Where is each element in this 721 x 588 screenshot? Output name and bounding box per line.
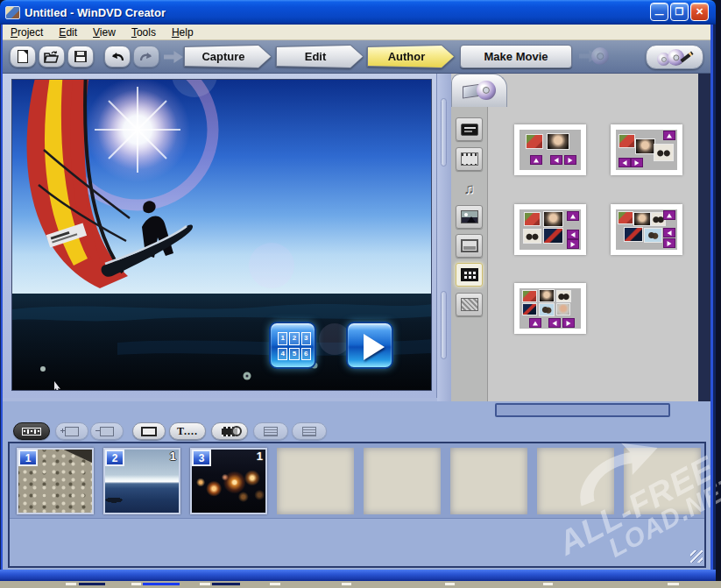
menu-help[interactable]: Help: [164, 26, 201, 39]
list-icon: [264, 427, 278, 436]
open-project-button[interactable]: [39, 46, 65, 67]
main-area: 123 456 ♫: [3, 74, 716, 401]
storyboard-empty-slot[interactable]: [624, 448, 701, 514]
menu-grid-tool-icon: [461, 268, 478, 281]
author-step-button[interactable]: Author: [367, 45, 455, 68]
taskbar-dash: [668, 583, 679, 585]
taskbar-dash: [143, 583, 180, 585]
remove-clip-button[interactable]: [90, 422, 124, 440]
add-clip-icon: [65, 427, 79, 436]
storyboard-view-icon: [22, 428, 41, 436]
taskbar-dash: [270, 583, 280, 585]
video-title-icon: [461, 124, 478, 136]
menu-template-5[interactable]: [514, 283, 586, 334]
storyboard-empty-slot[interactable]: [537, 448, 614, 514]
storyboard-clip-2[interactable]: 2 1: [103, 448, 180, 514]
make-movie-step-button[interactable]: Make Movie: [460, 45, 572, 68]
menu-template-4[interactable]: [611, 204, 682, 255]
list-view-button[interactable]: [253, 422, 288, 440]
maximize-button[interactable]: ❐: [670, 3, 689, 21]
window-border-bottom: [0, 570, 716, 581]
redo-button[interactable]: [133, 46, 159, 67]
desktop-strip: [0, 581, 721, 588]
menu-template-1[interactable]: [514, 124, 586, 175]
preview-video-frame[interactable]: 123 456: [11, 79, 432, 391]
workflow-start-arrow-icon: [164, 51, 183, 63]
new-project-button[interactable]: [10, 46, 36, 67]
menu-template-2[interactable]: [611, 124, 682, 175]
taskbar-dash: [79, 583, 105, 585]
play-button[interactable]: [346, 322, 393, 369]
app-window: Untitled - WinDVD Creator — ❐ ✕ Project …: [0, 0, 721, 588]
horizontal-scrollbar[interactable]: [495, 403, 670, 417]
menubar: Project Edit View Tools Help: [3, 25, 716, 40]
window-border-left: [0, 25, 3, 577]
storyboard-frame: 1 2 1 3 1: [8, 442, 706, 568]
preview-panel: 123 456: [3, 74, 437, 398]
frame-view-button[interactable]: [132, 422, 166, 440]
storyboard-track[interactable]: 1 2 1 3 1: [10, 443, 704, 519]
clip-number-badge: 1: [18, 450, 38, 466]
close-button[interactable]: ✕: [690, 3, 709, 21]
burn-disc-button[interactable]: [646, 45, 703, 69]
tool-menu-grid-button[interactable]: [456, 263, 483, 287]
music-note-icon: ♫: [463, 181, 475, 196]
tool-video-title-button[interactable]: [456, 117, 483, 141]
tool-audio-button[interactable]: ♫: [456, 177, 483, 201]
taskbar-dash: [200, 583, 210, 585]
menu-template-3[interactable]: [514, 204, 586, 255]
media-toolstrip: ♫: [451, 107, 488, 401]
menu-project[interactable]: Project: [3, 26, 51, 39]
clip-count: 1: [257, 450, 263, 463]
storyboard-clip-1[interactable]: 1: [17, 448, 94, 514]
workflow-end-arrow-icon: [579, 47, 609, 65]
taskbar-dash: [342, 583, 351, 585]
storyboard-empty-slot[interactable]: [450, 448, 527, 514]
taskbar-dash: [66, 583, 76, 585]
undo-button[interactable]: [104, 46, 131, 67]
redo-icon: [138, 51, 154, 63]
frame-view-icon: [141, 427, 157, 436]
clip-number-badge: 2: [105, 450, 124, 466]
undo-icon: [110, 51, 125, 63]
capture-step-button[interactable]: Capture: [184, 45, 272, 68]
menu-grid-icon: 123 456: [278, 332, 311, 360]
filmstrip-icon: [461, 152, 478, 166]
menu-tools[interactable]: Tools: [124, 26, 164, 39]
menu-edit[interactable]: Edit: [51, 26, 85, 39]
storyboard-clip-3[interactable]: 3 1: [190, 448, 267, 514]
titlebar[interactable]: Untitled - WinDVD Creator — ❐ ✕: [0, 0, 716, 25]
splitter-handle-bottom[interactable]: [441, 291, 447, 359]
tool-frame-button[interactable]: [456, 234, 483, 258]
add-text-button[interactable]: T....: [169, 422, 206, 440]
storyboard-empty-slot[interactable]: [364, 448, 441, 514]
texture-icon: [461, 298, 478, 311]
storyboard-view-button[interactable]: [13, 422, 50, 440]
resize-grip[interactable]: [690, 550, 703, 563]
clip-count: 1: [170, 450, 176, 463]
taskbar-dash: [131, 583, 141, 585]
tool-image-button[interactable]: [456, 205, 483, 229]
edit-step-button[interactable]: Edit: [276, 45, 364, 68]
play-icon: [364, 334, 385, 360]
storyboard-toolbar: T....: [3, 421, 710, 443]
panel-splitter[interactable]: [437, 74, 451, 401]
menu-view[interactable]: View: [85, 26, 124, 39]
menu-templates-tab[interactable]: [451, 74, 507, 107]
tool-texture-button[interactable]: [456, 293, 483, 316]
text-icon: T....: [177, 425, 198, 438]
tool-filmstrip-button[interactable]: [456, 147, 483, 171]
film-zoom-button[interactable]: [211, 422, 248, 440]
save-project-button[interactable]: [67, 46, 94, 67]
detail-view-button[interactable]: [292, 422, 327, 440]
minimize-button[interactable]: —: [650, 3, 668, 21]
dvd-menu-button[interactable]: 123 456: [269, 322, 316, 369]
storyboard-empty-slot[interactable]: [277, 448, 354, 514]
remove-clip-icon: [100, 427, 114, 436]
add-clip-button[interactable]: [55, 422, 88, 440]
author-panel: ♫: [451, 74, 701, 401]
dvd-disc-icon: [477, 81, 496, 100]
taskbar-dash: [543, 583, 553, 585]
frame-icon: [461, 239, 478, 252]
splitter-handle-top[interactable]: [441, 98, 447, 166]
